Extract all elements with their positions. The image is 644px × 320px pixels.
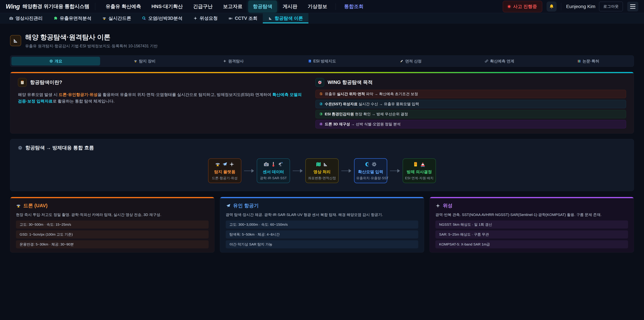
satellite-icon: [229, 161, 234, 167]
highlight-text: 드론·유인항공기·위성: [59, 92, 98, 97]
plane-icon: [222, 161, 228, 167]
subnav-tab[interactable]: CCTV 조회: [223, 13, 263, 23]
subnav-tab[interactable]: 위성요청: [188, 13, 223, 23]
flow-arrow-icon: [341, 169, 351, 173]
nav-item[interactable]: 유출유 확산예측: [101, 1, 146, 13]
flow-step: 확산모델 입력유출위치·유출량·SST: [354, 158, 387, 183]
pencil-icon: [400, 59, 404, 63]
theory-tab[interactable]: 논문·특허: [544, 57, 632, 66]
status-dot-icon: [508, 5, 510, 8]
magnifier-icon: [142, 16, 146, 21]
subnav-tab[interactable]: 실시간드론: [97, 13, 136, 23]
divider: [561, 3, 561, 10]
platform-card: 위성광역·반복 관측. SST(NOAA AVHRR·NGSST)·SAR(Se…: [430, 197, 634, 252]
theory-tab[interactable]: 면적 산정: [366, 57, 455, 66]
subnav-tab[interactable]: 오염/선박3D분석: [136, 13, 188, 23]
goal-text: 드론 3D 재구성 → 선박 식별·오염원 정밀 분석: [325, 122, 401, 127]
flow-step-title: 확산모델 입력: [356, 169, 385, 175]
brand-logo: Wing: [6, 3, 20, 10]
flow-step-icons: [356, 161, 385, 167]
status-badge-label: 사고 진행중: [513, 4, 537, 10]
photocam-icon: [264, 161, 269, 167]
flow-panel: 항공탐색 → 방제대응 통합 흐름 탐지 플랫폼드론·항공기·위성센서 데이터광…: [10, 139, 634, 191]
subnav-tab-label: CCTV 조회: [235, 15, 258, 21]
platform-card-title: 드론 (UAV): [23, 202, 48, 209]
subnav-tab-label: 오염/선박3D분석: [148, 15, 182, 21]
theory-tab[interactable]: 확산예측 연계: [455, 57, 544, 66]
flow-step-icons: [308, 161, 336, 167]
spec-row: 탐색폭: 5~50km · 체공: 4~8시간: [226, 230, 418, 238]
page-title: 해양 항공탐색·원격탐사 이론: [25, 33, 158, 42]
flow-step: 방제 의사결정ESI 연계·자원 배치: [403, 158, 436, 183]
ufo-icon: [102, 16, 106, 21]
subnav-tab[interactable]: 항공탐색 이론: [263, 13, 308, 23]
platform-card-description: 현장 즉시 투입·저고도 정밀 촬영. 광학·적외선 카메라 탑재, 실시간 영…: [16, 212, 209, 217]
theory-tab[interactable]: 탐지 장비: [100, 57, 189, 66]
page-header: 해양 항공탐색·원격탐사 이론 유출유 원격탐지·항공감시 기법·ESI 방제정…: [10, 33, 634, 49]
platform-card: 유인 항공기광역 탐색·장시간 체공. 광학·IR·SAR·SLAR·UV 형광…: [220, 197, 424, 252]
platform-card: 드론 (UAV)현장 즉시 투입·저고도 정밀 촬영. 광학·적외선 카메라 탑…: [10, 197, 214, 252]
theory-tab-label: 개요: [55, 59, 62, 64]
nav-item[interactable]: 긴급구난: [188, 1, 217, 13]
ruler-icon: [323, 161, 328, 167]
main-content: 해양 항공탐색·원격탐사 이론 유출유 원격탐지·항공감시 기법·ESI 방제정…: [0, 24, 644, 252]
nav-divider: [336, 3, 336, 10]
platform-card-title: 유인 항공기: [233, 202, 259, 209]
theory-tab-label: 확산예측 연계: [490, 59, 514, 64]
spec-row: 운용반경: 5~30km · 체공: 30~90분: [16, 240, 209, 248]
flow-step-title: 영상 처리: [308, 169, 336, 175]
nav-item[interactable]: 보고자료: [218, 1, 247, 13]
platform-card-header: 위성: [435, 202, 628, 209]
theory-tab[interactable]: ESI 방제지도: [278, 57, 366, 66]
plane-icon: [226, 203, 231, 208]
photocam-icon: [9, 16, 14, 21]
flow-step-title: 방제 의사결정: [405, 169, 434, 175]
spec-row: KOMPSAT-5: X-band SAR 1m급: [435, 240, 628, 248]
subnav-tab-label: 영상사진관리: [16, 15, 42, 21]
subnav-tab-label: 실시간드론: [108, 15, 131, 21]
globe-icon: [49, 59, 53, 63]
spec-row: 고도: 30~500m · 속도: 15~25m/s: [16, 220, 209, 228]
spec-row: NGSST: 5km 해상도 · 일 1회 갱신: [435, 220, 628, 228]
flow-title: 항공탐색 → 방제대응 통합 흐름: [25, 144, 94, 151]
satellite-icon: [435, 203, 440, 208]
subnav-tab[interactable]: 유출유면적분석: [48, 13, 97, 23]
flow-arrow-icon: [390, 169, 400, 173]
divider: [95, 3, 95, 10]
platform-spec-list: NGSST: 5km 해상도 · 일 1회 갱신SAR: 5~25m 해상도 ·…: [435, 220, 628, 248]
theory-tab-label: ESI 방제지도: [313, 59, 336, 64]
platform-cards: 드론 (UAV)현장 즉시 투입·저고도 정밀 촬영. 광학·적외선 카메라 탑…: [10, 197, 634, 252]
nav-item[interactable]: 통합조회: [340, 1, 368, 13]
ruler-icon: [12, 38, 18, 44]
goal-text: ESI 환경민감자원 현장 확인 → 방제 우선순위 결정: [325, 112, 408, 117]
what-section-title: 항공탐색이란?: [30, 79, 62, 86]
theory-tab-label: 원격탐사: [228, 59, 244, 64]
hamburger-menu-button[interactable]: [627, 2, 638, 12]
what-section: 항공탐색이란? 해양 유류오염 발생 시 드론·유인항공기·위성을 활용하여 유…: [18, 78, 304, 128]
books-icon: [577, 59, 581, 63]
dish-icon: [278, 161, 283, 167]
spec-row: 야간·악기상 SAR 탐지 가능: [226, 240, 418, 248]
subnav-tab[interactable]: 영상사진관리: [4, 13, 48, 23]
theory-tab[interactable]: 원격탐사: [189, 57, 278, 66]
theory-tab[interactable]: 개요: [12, 57, 100, 66]
nav-item[interactable]: 기상정보: [303, 1, 332, 13]
flow-step: 탐지 플랫폼드론·항공기·위성: [208, 158, 241, 183]
nav-item[interactable]: 항공탐색: [248, 1, 277, 13]
goal-item: ②수온(SST) 위성자료 실시간 수신 → 유출유 풍화모델 입력: [316, 100, 626, 108]
gear-icon: [18, 145, 23, 150]
nav-item[interactable]: 게시판: [278, 1, 302, 13]
notifications-button[interactable]: [546, 2, 556, 12]
goal-number: ①: [319, 92, 323, 96]
platform-card-description: 광역·반복 관측. SST(NOAA AVHRR·NGSST)·SAR(Sent…: [435, 212, 628, 217]
goal-number: ②: [319, 102, 323, 106]
flow-step-icons: [210, 161, 239, 167]
flow-arrow-icon: [244, 169, 254, 173]
platform-card-title: 위성: [443, 202, 452, 209]
flow-arrow-icon: [293, 169, 303, 173]
goal-item: ④드론 3D 재구성 → 선박 식별·오염원 정밀 분석: [316, 120, 626, 128]
nav-item[interactable]: HNS·대기확산: [147, 1, 188, 13]
spec-row: 고도: 300~3,000m · 속도: 60~150m/s: [226, 220, 418, 228]
logout-button[interactable]: 로그아웃: [599, 2, 623, 11]
thermometer-icon: [270, 161, 276, 167]
